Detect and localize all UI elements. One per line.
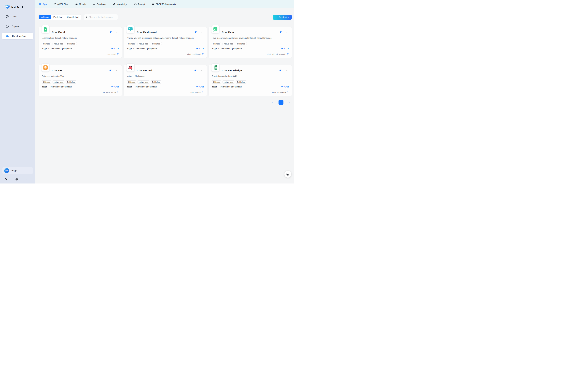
chat-link[interactable]: Chat bbox=[196, 85, 204, 88]
collapse-sidebar-icon bbox=[26, 177, 29, 181]
message-circle-icon bbox=[134, 3, 137, 5]
tab-database[interactable]: SQL Database bbox=[93, 0, 106, 8]
tab-knowledge[interactable]: Knowledge bbox=[113, 0, 127, 8]
top-navigation: App AWEL Flow Models SQL bbox=[35, 0, 294, 8]
more-options-button[interactable] bbox=[286, 69, 288, 72]
chat-link-label: Chat bbox=[115, 86, 119, 88]
search-input[interactable] bbox=[89, 16, 116, 18]
chat-filled-icon bbox=[281, 47, 284, 50]
page-number-1[interactable]: 1 bbox=[279, 100, 283, 105]
next-page-button[interactable] bbox=[288, 101, 290, 104]
dingtalk-wing-icon bbox=[109, 31, 112, 34]
owner-name: dbgpt bbox=[212, 86, 217, 88]
dingtalk-share-button[interactable] bbox=[279, 31, 282, 34]
chat-link-label: Chat bbox=[115, 47, 119, 50]
owner-name: dbgpt bbox=[212, 47, 217, 50]
create-app-button[interactable]: Create App bbox=[273, 15, 292, 20]
app-card-chat-data[interactable]: Chat Data Have bbox=[209, 27, 292, 58]
copy-code-button[interactable] bbox=[287, 91, 289, 93]
filter-unpublished[interactable]: Unpublished bbox=[65, 15, 81, 19]
app-card-chat-knowledge[interactable]: Chat Knowledge bbox=[209, 65, 292, 96]
svg-text:SQL: SQL bbox=[94, 3, 95, 4]
keyword-search-box bbox=[84, 14, 118, 20]
filter-all-apps[interactable]: All Apps bbox=[39, 15, 51, 19]
dingtalk-share-button[interactable] bbox=[279, 69, 282, 72]
dbgpt-logo: DB-GPT bbox=[4, 4, 35, 10]
more-options-button[interactable] bbox=[116, 31, 118, 33]
ellipsis-icon bbox=[116, 31, 118, 33]
tab-label: Prompt bbox=[138, 3, 145, 5]
meta-separator: • bbox=[218, 86, 219, 88]
filter-published[interactable]: Published bbox=[51, 15, 65, 19]
svg-text:X: X bbox=[45, 28, 46, 31]
tab-prompt[interactable]: Prompt bbox=[134, 0, 145, 8]
owner-name: dbgpt bbox=[127, 86, 132, 88]
sidebar-item-explore[interactable]: Explore bbox=[2, 23, 33, 30]
chat-link-label: Chat bbox=[199, 47, 204, 50]
app-card-chat-normal[interactable]: Chat Normal Nat bbox=[124, 65, 207, 96]
tab-dbgpts-community[interactable]: DBGPTS Community bbox=[152, 0, 176, 8]
app-card-chat-db[interactable]: Chat DB Databas bbox=[39, 65, 122, 96]
chat-link[interactable]: Chat bbox=[281, 85, 289, 88]
tag: native_app bbox=[223, 42, 234, 45]
copy-code-button[interactable] bbox=[287, 53, 289, 55]
app-code: chat_knowledge bbox=[272, 92, 286, 93]
app-card-chat-excel[interactable]: X Chat Excel bbox=[39, 27, 122, 58]
copy-code-button[interactable] bbox=[202, 53, 204, 55]
more-options-button[interactable] bbox=[201, 69, 203, 72]
dingtalk-share-button[interactable] bbox=[109, 69, 112, 72]
chat-link-label: Chat bbox=[284, 47, 289, 50]
chat-link[interactable]: Chat bbox=[196, 47, 204, 50]
avatar: dbgpt bbox=[4, 168, 9, 173]
language-button[interactable] bbox=[15, 177, 19, 181]
tag: native_app bbox=[53, 80, 64, 83]
ellipsis-icon bbox=[286, 69, 288, 72]
user-chip[interactable]: dbgpt dbgpt bbox=[2, 167, 33, 174]
sidebar-item-chat[interactable]: Chat bbox=[2, 13, 33, 20]
tab-label: Knowledge bbox=[117, 3, 127, 5]
apps-toolbar: All Apps Published Unpublished Create Ap… bbox=[39, 14, 292, 20]
tag: Chinese bbox=[212, 80, 221, 83]
pagination: 1 bbox=[35, 100, 290, 105]
app-icon-tile: X bbox=[41, 25, 50, 33]
copy-code-button[interactable] bbox=[202, 91, 204, 93]
theme-toggle-button[interactable] bbox=[5, 178, 8, 181]
prev-page-button[interactable] bbox=[272, 101, 274, 104]
meta-separator: • bbox=[218, 48, 219, 50]
chevron-right-icon bbox=[288, 101, 290, 104]
more-options-button[interactable] bbox=[286, 31, 288, 33]
db-stack-icon bbox=[43, 65, 48, 70]
updated-text: 36 minutes ago Update bbox=[220, 86, 242, 88]
ellipsis-icon bbox=[116, 69, 118, 72]
app-card-tags: Chinese native_app Published bbox=[42, 80, 119, 83]
dbgpt-planet-icon bbox=[4, 4, 10, 10]
app-card-chat-dashboard[interactable]: Chat Dashboard bbox=[124, 27, 207, 58]
app-card-title: Chat DB bbox=[52, 69, 62, 72]
sidebar: DB-GPT Chat Explore bbox=[0, 0, 35, 184]
tab-app[interactable]: App bbox=[39, 0, 47, 8]
more-options-button[interactable] bbox=[116, 69, 118, 72]
feedback-fab-button[interactable] bbox=[284, 171, 291, 178]
tab-models[interactable]: Models bbox=[75, 0, 86, 8]
dingtalk-share-button[interactable] bbox=[194, 31, 197, 34]
copy-icon bbox=[117, 53, 119, 55]
meta-separator: • bbox=[48, 48, 49, 50]
app-card-description: Have a conversation with your private da… bbox=[212, 37, 289, 40]
chat-link[interactable]: Chat bbox=[281, 47, 289, 50]
chat-link[interactable]: Chat bbox=[111, 85, 119, 88]
copy-code-button[interactable] bbox=[117, 91, 119, 93]
collapse-sidebar-button[interactable] bbox=[26, 177, 29, 181]
tab-awel-flow[interactable]: AWEL Flow bbox=[54, 0, 68, 8]
copy-code-button[interactable] bbox=[117, 53, 119, 55]
chat-link[interactable]: Chat bbox=[111, 47, 119, 50]
sidebar-item-construct-app[interactable]: Construct App bbox=[2, 33, 33, 39]
cube-icon bbox=[75, 3, 78, 5]
dingtalk-share-button[interactable] bbox=[109, 31, 112, 34]
updated-text: 36 minutes ago Update bbox=[50, 86, 72, 88]
dingtalk-share-button[interactable] bbox=[194, 69, 197, 72]
tag: native_app bbox=[53, 42, 64, 45]
more-options-button[interactable] bbox=[201, 31, 203, 33]
app-icon-tile bbox=[211, 25, 219, 33]
app-code: chat_with_db_qa bbox=[102, 92, 116, 93]
copy-icon bbox=[287, 53, 289, 55]
